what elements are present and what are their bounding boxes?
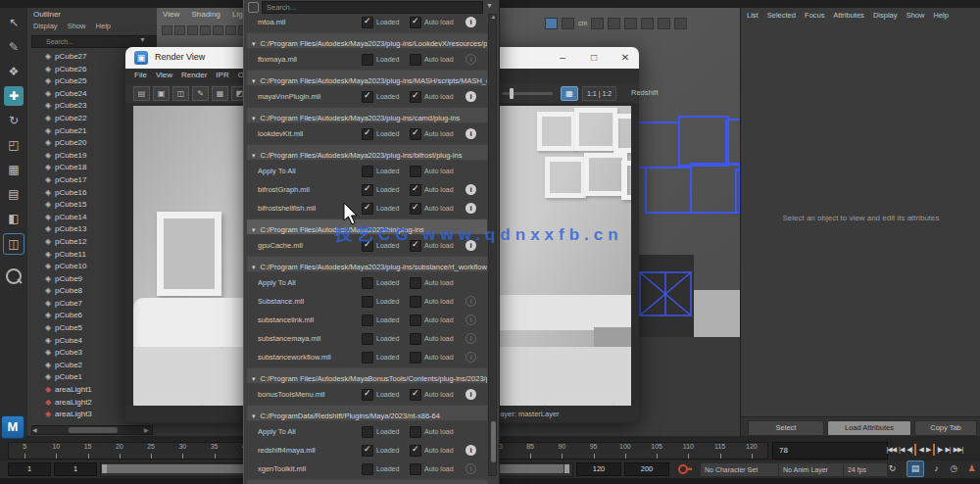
layout-outliner-pane-icon[interactable]: ◫ xyxy=(3,233,24,255)
sound-icon[interactable]: ♪ xyxy=(929,461,944,475)
info-icon[interactable]: i xyxy=(466,203,476,214)
collapse-caret-icon[interactable]: ▾ xyxy=(252,40,256,47)
selected-wireframe-square[interactable] xyxy=(725,119,740,166)
info-icon[interactable]: i xyxy=(466,389,476,400)
anim-end-field[interactable]: 120 xyxy=(576,462,621,476)
viewport-toolbar-icon[interactable] xyxy=(162,25,172,35)
selected-wireframe-square[interactable] xyxy=(678,116,729,167)
timeline-tick[interactable]: 100 xyxy=(610,443,641,459)
collapse-caret-icon[interactable]: ▾ xyxy=(252,375,256,382)
select-button[interactable]: Select xyxy=(748,420,824,436)
playback-button[interactable]: ▶| xyxy=(945,446,950,454)
timeline-tick[interactable]: 15 xyxy=(73,443,104,459)
status-icon[interactable] xyxy=(674,18,687,29)
menu-help[interactable]: Help xyxy=(96,22,111,30)
menu-view[interactable]: View xyxy=(163,10,179,19)
loaded-checkbox[interactable] xyxy=(362,333,373,345)
plugin-path-header[interactable]: ▾Other Registered Plugins xyxy=(246,479,488,484)
status-icon[interactable] xyxy=(624,18,637,29)
render-tool-icon[interactable]: ▣ xyxy=(153,86,170,101)
render-tool-icon[interactable]: ▤ xyxy=(133,86,150,101)
timeline-tick[interactable]: 20 xyxy=(104,443,135,459)
character-set-dropdown[interactable]: No Character Set xyxy=(700,462,780,477)
menu-display[interactable]: Display xyxy=(33,22,58,30)
menu-render[interactable]: Render xyxy=(181,71,207,79)
collapse-caret-icon[interactable]: ▾ xyxy=(252,152,256,159)
loaded-checkbox[interactable] xyxy=(362,128,373,140)
viewport-toolbar-icon[interactable] xyxy=(213,25,223,35)
plugin-path-header[interactable]: ▾C:/Program Files/Autodesk/Maya2023/plug… xyxy=(246,107,488,123)
viewport-toolbar-icon[interactable] xyxy=(200,25,211,35)
collapse-caret-icon[interactable]: ▾ xyxy=(252,226,256,233)
selected-wireframe-box[interactable] xyxy=(637,265,696,321)
loaded-checkbox[interactable] xyxy=(362,54,373,66)
status-icon[interactable] xyxy=(658,18,670,29)
plugin-path-header[interactable]: ▾C:/Program Files/Autodesk/Maya2023/plug… xyxy=(246,70,488,86)
move-tool-icon[interactable]: ✚ xyxy=(4,86,24,106)
loop-playback-icon[interactable]: ↻ xyxy=(885,461,900,475)
info-icon[interactable]: i xyxy=(466,445,476,456)
display-rgb-button[interactable]: ▦ xyxy=(561,86,578,101)
info-icon[interactable]: i xyxy=(466,333,476,344)
playback-button[interactable]: ▶▶| xyxy=(954,446,963,454)
viewport-toolbar-icon[interactable] xyxy=(225,25,236,35)
scale-tool-icon[interactable]: ◰ xyxy=(4,135,24,155)
status-icon[interactable] xyxy=(545,18,558,29)
playback-button[interactable]: |◀ xyxy=(899,446,904,454)
timeline-tick[interactable]: 110 xyxy=(672,443,704,459)
current-frame-field[interactable]: 78 xyxy=(772,442,888,460)
autoload-checkbox[interactable] xyxy=(410,54,421,66)
autoload-checkbox[interactable] xyxy=(410,426,421,438)
loaded-checkbox[interactable] xyxy=(362,277,373,289)
autoload-checkbox[interactable] xyxy=(410,203,421,215)
menu-show[interactable]: Show xyxy=(68,22,86,30)
zoom-ratio-buttons[interactable]: 1:1 | 1:2 xyxy=(582,86,616,101)
lasso-select-tool-icon[interactable]: ✎ xyxy=(4,37,24,57)
autoload-checkbox[interactable] xyxy=(410,184,421,196)
animation-graph-icon[interactable]: ▤ xyxy=(906,460,924,477)
timeline-tick[interactable]: 25 xyxy=(135,443,167,459)
viewport-toolbar-icon[interactable] xyxy=(187,25,198,35)
viewport-toolbar-icon[interactable] xyxy=(174,25,185,35)
plugin-path-header[interactable]: ▾C:/Program Files/Autodesk/Maya2023/plug… xyxy=(246,32,488,49)
select-tool-icon[interactable]: ↖ xyxy=(4,13,24,32)
info-icon[interactable]: i xyxy=(466,296,476,307)
loaded-checkbox[interactable] xyxy=(362,463,373,475)
timeline-tick[interactable]: 30 xyxy=(167,443,198,459)
clock-icon[interactable]: ◷ xyxy=(947,461,961,475)
timeline-tick[interactable]: 35 xyxy=(199,443,230,459)
maximize-icon[interactable]: □ xyxy=(586,50,602,66)
selected-wireframe-square[interactable] xyxy=(633,121,680,169)
selected-wireframe-square[interactable] xyxy=(645,167,692,214)
playback-button[interactable]: ▶ xyxy=(926,446,930,454)
exposure-slider-thumb[interactable] xyxy=(510,88,514,99)
autoload-checkbox[interactable] xyxy=(410,463,421,475)
menu-help[interactable]: Help xyxy=(933,11,948,20)
range-handle-right[interactable] xyxy=(564,464,569,473)
plugin-path-header[interactable]: ▾C:/ProgramData/Redshift/Plugins/Maya/20… xyxy=(246,405,488,421)
autoload-checkbox[interactable] xyxy=(410,315,421,326)
status-icon[interactable] xyxy=(641,18,654,29)
menu-ipr[interactable]: IPR xyxy=(216,71,228,79)
autoload-checkbox[interactable] xyxy=(410,277,421,289)
collapse-caret-icon[interactable]: ▾ xyxy=(252,412,256,419)
autoload-checkbox[interactable] xyxy=(410,352,421,363)
render-tool-icon[interactable]: ◫ xyxy=(172,86,189,101)
info-icon[interactable]: i xyxy=(466,184,476,195)
autoload-checkbox[interactable] xyxy=(410,166,421,177)
menu-view[interactable]: View xyxy=(156,71,172,79)
menu-shading[interactable]: Shading xyxy=(191,10,220,19)
menu-attributes[interactable]: Attributes xyxy=(833,11,864,20)
playback-button[interactable]: |▶ xyxy=(937,446,942,454)
loaded-checkbox[interactable] xyxy=(362,296,373,308)
selected-wireframe-square[interactable] xyxy=(690,163,740,214)
minimize-icon[interactable]: – xyxy=(555,50,570,66)
info-icon[interactable]: i xyxy=(466,54,476,65)
timeline-tick[interactable]: 115 xyxy=(705,443,736,459)
scroll-up-icon[interactable]: ▲ xyxy=(490,14,497,20)
character-icon[interactable]: ♟ xyxy=(964,461,979,475)
render-tool-icon[interactable]: ▦ xyxy=(212,86,228,101)
renderer-label[interactable]: Redshift xyxy=(631,88,659,97)
scroll-left-icon[interactable]: ◀ xyxy=(32,426,37,434)
playback-end-field[interactable]: 200 xyxy=(624,462,669,476)
